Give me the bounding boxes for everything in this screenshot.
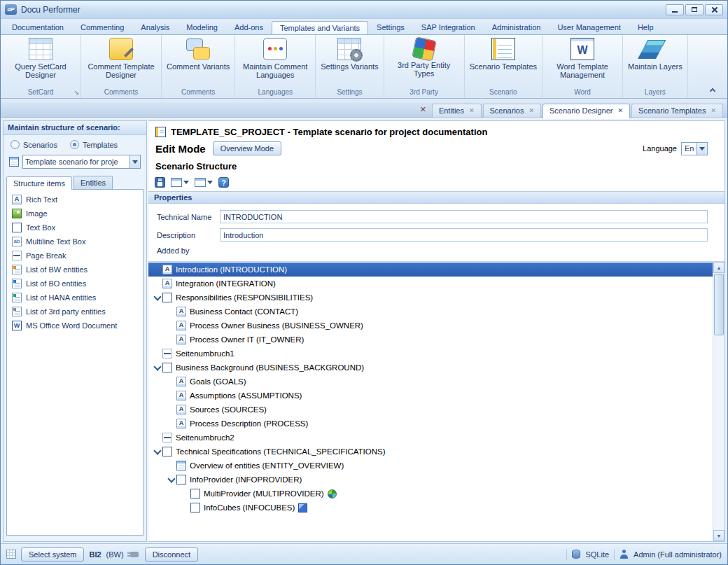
ribbon-button[interactable]: Scenario Templates <box>470 37 537 80</box>
expander-icon[interactable] <box>152 447 162 456</box>
tree-item[interactable]: Process Description (PROCESS) <box>148 417 713 431</box>
tree-item[interactable]: InfoProvider (INFOPROVIDER) <box>148 473 713 487</box>
ribbon-button[interactable]: Settings Variants <box>321 37 378 80</box>
expander-icon[interactable] <box>166 419 176 428</box>
ribbon-tab[interactable]: Administration <box>484 20 550 34</box>
expander-icon[interactable] <box>166 405 176 414</box>
technical-name-field[interactable] <box>220 210 708 223</box>
expander-icon[interactable] <box>152 293 162 302</box>
structure-item[interactable]: Multiline Text Box <box>7 235 143 249</box>
structure-item[interactable]: Text Box <box>7 221 143 235</box>
ribbon-tab[interactable]: Documentation <box>4 20 72 34</box>
tree-item[interactable]: Seitenumbruch1 <box>148 347 713 361</box>
structure-item[interactable]: MS Office Word Document <box>7 319 143 333</box>
close-button[interactable] <box>705 4 723 15</box>
disconnect-button[interactable]: Disconnect <box>145 547 198 561</box>
dropdown-button[interactable] <box>696 143 707 155</box>
expander-icon[interactable] <box>166 391 176 400</box>
ribbon-button[interactable]: 3rd Party Entity Types <box>389 37 459 78</box>
ribbon-button[interactable]: Comment Variants <box>167 37 230 80</box>
scrollbar-track[interactable] <box>713 273 724 530</box>
ribbon-tab[interactable]: Settings <box>368 20 413 34</box>
expander-icon[interactable] <box>152 433 162 442</box>
expander-icon[interactable] <box>166 321 176 330</box>
expander-icon[interactable] <box>166 475 176 484</box>
radio-option[interactable]: Templates <box>70 140 118 149</box>
tree-item[interactable]: Assumptions (ASSUMPTIONS) <box>148 389 713 403</box>
vertical-scrollbar[interactable]: ▲ ▼ <box>713 262 724 541</box>
tab-close-icon[interactable]: ✕ <box>528 108 534 114</box>
radio-option[interactable]: Scenarios <box>10 140 57 149</box>
ribbon-button[interactable]: Comment Template Designer <box>86 37 156 80</box>
document-tab[interactable]: Scenario Templates ✕ <box>631 104 723 118</box>
sidebar-tab[interactable]: Entities <box>74 176 113 189</box>
tree-item[interactable]: Introduction (INTRODUCTION) <box>148 263 713 277</box>
maximize-button[interactable] <box>685 4 704 15</box>
tree-item[interactable]: InfoCubes (INFOCUBES) <box>148 501 713 515</box>
tree-item[interactable]: Integration (INTEGRATION) <box>148 277 713 291</box>
tree-item[interactable]: MultiProvider (MULTIPROVIDER) <box>148 487 713 501</box>
dropdown-button[interactable] <box>129 155 140 168</box>
tree-item[interactable]: Technical Specifications (TECHNICAL_SPEC… <box>148 445 713 459</box>
document-tab[interactable]: Entities ✕ <box>432 104 482 118</box>
expander-icon[interactable] <box>152 349 162 358</box>
expander-icon[interactable] <box>166 377 176 386</box>
document-tab[interactable]: Scenarios ✕ <box>483 104 541 118</box>
expander-icon[interactable] <box>152 279 162 288</box>
tree-item[interactable]: Sources (SOURCES) <box>148 403 713 417</box>
sidebar-tab[interactable]: Structure items <box>6 176 72 190</box>
overview-mode-button[interactable]: Overview Mode <box>213 141 281 155</box>
expander-icon[interactable] <box>166 461 176 470</box>
tab-close-icon[interactable]: ✕ <box>469 108 475 114</box>
ribbon-tab[interactable]: SAP Integration <box>413 20 484 34</box>
view-options-button[interactable] <box>170 177 190 188</box>
expander-icon[interactable] <box>180 503 190 512</box>
close-all-tabs-button[interactable]: ✕ <box>414 105 432 114</box>
scroll-down-button[interactable]: ▼ <box>713 530 724 541</box>
expander-icon[interactable] <box>152 265 162 274</box>
document-tab[interactable]: Scenario Designer ✕ <box>542 104 630 118</box>
structure-item[interactable]: List of HANA entities <box>7 291 143 305</box>
tree-item[interactable]: Seitenumbruch2 <box>148 431 713 445</box>
scroll-up-button[interactable]: ▲ <box>713 262 724 273</box>
scrollbar-thumb[interactable] <box>714 274 724 335</box>
ribbon-tab[interactable]: Analysis <box>132 20 178 34</box>
expander-icon[interactable] <box>166 335 176 344</box>
ribbon-tab[interactable]: Modeling <box>178 20 226 34</box>
tree-item[interactable]: Business Background (BUSINESS_BACKGROUND… <box>148 361 713 375</box>
structure-item[interactable]: List of BO entities <box>7 277 143 291</box>
ribbon-tab[interactable]: User Management <box>549 20 629 34</box>
tree-item[interactable]: Process Owner IT (IT_OWNER) <box>148 333 713 347</box>
ribbon-tab[interactable]: Help <box>629 20 662 34</box>
expander-icon[interactable] <box>180 489 190 498</box>
structure-item[interactable]: Page Break <box>7 249 143 263</box>
tab-close-icon[interactable]: ✕ <box>618 108 624 114</box>
tree-item[interactable]: Overview of entities (ENTITY_OVERVIEW) <box>148 459 713 473</box>
dialog-launcher-icon[interactable]: ↘ <box>74 90 79 96</box>
language-dropdown[interactable]: En <box>681 142 708 155</box>
structure-item[interactable]: List of 3rd party entities <box>7 305 143 319</box>
select-system-button[interactable]: Select system <box>21 547 84 561</box>
minimize-button[interactable] <box>666 4 684 15</box>
ribbon-tab[interactable]: Templates and Variants <box>272 21 368 35</box>
ribbon-button[interactable]: Maintain Comment Languages <box>240 37 310 80</box>
tree-item[interactable]: Goals (GOALS) <box>148 375 713 389</box>
structure-item[interactable]: Rich Text <box>7 193 143 207</box>
description-field[interactable] <box>220 228 708 242</box>
expander-icon[interactable] <box>152 363 162 372</box>
ribbon-button[interactable]: Query SetCard Designer <box>6 37 76 80</box>
ribbon-collapse-button[interactable] <box>708 85 718 94</box>
tree-item[interactable]: Process Owner Business (BUSINESS_OWNER) <box>148 319 713 333</box>
save-button[interactable] <box>154 176 166 188</box>
ribbon-tab[interactable]: Commenting <box>72 20 132 34</box>
help-button[interactable]: ? <box>218 176 230 188</box>
tab-close-icon[interactable]: ✕ <box>710 108 716 114</box>
tree-item[interactable]: Responsibilities (RESPONSIBILITIES) <box>148 291 713 305</box>
export-button[interactable] <box>194 177 214 188</box>
ribbon-button[interactable]: Word Template Management <box>547 37 617 80</box>
template-dropdown[interactable]: Template scenario for proje <box>22 155 141 169</box>
ribbon-button[interactable]: Maintain Layers <box>628 37 682 80</box>
expander-icon[interactable] <box>166 307 176 316</box>
tree-item[interactable]: Business Contact (CONTACT) <box>148 305 713 319</box>
structure-item[interactable]: List of BW entities <box>7 263 143 277</box>
